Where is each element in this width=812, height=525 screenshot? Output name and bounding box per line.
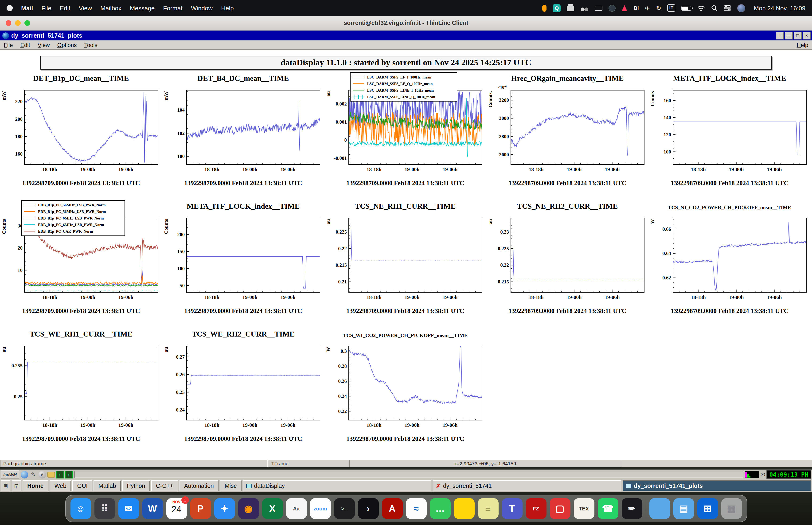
close-button[interactable] <box>6 20 11 26</box>
dock-safari-icon[interactable]: ✦ <box>214 498 235 519</box>
printer-icon[interactable] <box>567 6 574 11</box>
dock-trash-icon[interactable]: ▦ <box>721 498 742 519</box>
plot-pad-tcs-ne-rh2-curr[interactable]: TCS_NE_RH2_CURR__TIME0.2150.220.2250.231… <box>486 199 648 327</box>
plot-pad-tcs-ne-rh1-curr[interactable]: TCS_NE_RH1_CURR__TIME0.210.2150.220.2251… <box>324 199 486 327</box>
menubar-app-name[interactable]: Mail <box>21 4 33 12</box>
zoom-button[interactable] <box>25 20 30 26</box>
input-source-icon[interactable]: IT <box>668 4 675 12</box>
plot-pad-det-b1p-dc-mean[interactable]: DET_B1p_DC_mean__TIME16018020022018-18h1… <box>0 72 162 199</box>
dock-word-icon[interactable]: W <box>142 498 163 519</box>
plot-pad-lsc-darm-ssfs[interactable]: -0.00100.0010.00218-18h19-00h19-06hau139… <box>324 72 486 199</box>
icewm-menu-button[interactable]: IceWM <box>1 470 19 479</box>
menubar-clock[interactable]: Mon 24 Nov 16:09 <box>754 4 806 12</box>
dock-utility-dark-icon[interactable]: › <box>358 498 379 519</box>
x11-titlebar[interactable]: dy_sorrenti_51741_plots ↑—□× <box>0 31 812 41</box>
rollup-button[interactable]: ↑ <box>776 32 784 39</box>
menu-help[interactable]: Help <box>797 42 808 48</box>
sync-icon[interactable] <box>656 5 661 11</box>
dock-whatsapp-icon[interactable]: ☎ <box>597 498 618 519</box>
taskbar-launcher-matlab[interactable]: Matlab <box>94 480 121 491</box>
wifi-icon[interactable] <box>698 5 705 11</box>
menu-options[interactable]: Options <box>57 42 77 48</box>
mailbox-icon[interactable] <box>760 471 765 478</box>
tray-files-icon[interactable] <box>47 472 55 477</box>
tray-terminal-2-icon[interactable]: › <box>65 471 73 478</box>
taskbar-window-dy-sorrenti-51741-plots[interactable]: dy_sorrenti_51741_plots <box>623 480 811 491</box>
control-center-icon[interactable] <box>724 5 731 11</box>
taskbar-launcher-python[interactable]: Python <box>122 480 150 491</box>
dock-zoom-icon[interactable]: zoom <box>310 498 331 519</box>
menubar-item-message[interactable]: Message <box>130 4 155 12</box>
battery-icon[interactable] <box>681 5 691 11</box>
plot-canvas[interactable]: 10010210418-18h19-00h19-06hmW <box>162 85 324 176</box>
dock-launchpad-icon[interactable]: ⠿ <box>94 498 115 519</box>
window-list-button[interactable]: ◲ <box>12 480 21 491</box>
plot-pad-tcs-wi-co2-power[interactable]: TCS_WI_CO2_POWER_CH_PICKOFF_mean__TIME0.… <box>324 327 486 455</box>
menu-view[interactable]: View <box>37 42 50 48</box>
display-icon[interactable] <box>595 5 603 11</box>
network-monitor-icon[interactable] <box>745 471 759 478</box>
plot-canvas[interactable]: 0.250.25518-18h19-00h19-06hau <box>0 340 162 432</box>
plot-canvas[interactable]: 0.220.240.260.280.318-18h19-00h19-06hW <box>324 340 486 432</box>
menubar-item-view[interactable]: View <box>79 4 92 12</box>
dock-terminal-icon[interactable]: >_ <box>334 498 354 519</box>
power-bi-icon[interactable]: BI <box>634 5 639 11</box>
plot-canvas[interactable]: 0.620.640.6618-18h19-00h19-06hW <box>648 212 811 304</box>
dock-folder-docs-icon[interactable]: ▤ <box>673 498 694 519</box>
show-desktop-button[interactable]: ▣ <box>1 480 10 491</box>
dock-dictionary-icon[interactable]: Aa <box>286 498 307 519</box>
taskbar-launcher-gui[interactable]: GUI <box>72 480 92 491</box>
q-app-icon[interactable]: Q <box>553 4 561 12</box>
plot-pad-meta-itf-lock-index-2[interactable]: META_ITF_LOCK_index__TIME5010015020018-1… <box>162 199 324 327</box>
dock-finder-icon[interactable]: ☺ <box>70 498 91 519</box>
plot-pad-edb-b1p-pc[interactable]: 10203018-18h19-00h19-06hCounts1392298709… <box>0 199 162 327</box>
minimize-button[interactable] <box>15 20 21 26</box>
menu-edit[interactable]: Edit <box>20 42 30 48</box>
plot-pad-tcs-we-rh1-curr[interactable]: TCS_WE_RH1_CURR__TIME0.250.25518-18h19-0… <box>0 327 162 455</box>
dock-folder-apps-icon[interactable] <box>649 498 670 519</box>
dock-acrobat-icon[interactable]: A <box>382 498 402 519</box>
dock-notes-icon[interactable] <box>454 498 474 519</box>
plot-pad-hrec-orgain-meancavity[interactable]: Hrec_ORgain_meancavity__TIME260028003000… <box>486 72 648 199</box>
menubar-item-help[interactable]: Help <box>221 4 234 12</box>
menubar-item-window[interactable]: Window <box>191 4 213 12</box>
minimize-button[interactable]: — <box>785 32 793 39</box>
tray-edit-icon[interactable]: ✎ <box>29 471 37 478</box>
dock-mail-icon[interactable]: ✉ <box>118 498 139 519</box>
plot-canvas[interactable]: 260028003000320018-18h19-00h19-06hCounts… <box>486 85 648 176</box>
taskbar-launcher-web[interactable]: Web <box>49 480 71 491</box>
taskbar-launcher-automation[interactable]: Automation <box>179 480 218 491</box>
menubar-item-file[interactable]: File <box>42 4 51 12</box>
dock-firefox-icon[interactable]: ◉ <box>238 498 259 519</box>
paper-plane-icon[interactable] <box>645 5 650 11</box>
plot-pad-tcs-ni-co2-power[interactable]: TCS_NI_CO2_POWER_CH_PICKOFF_mean__TIME0.… <box>648 199 811 327</box>
plot-pad-meta-itf-lock-index-1[interactable]: META_ITF_LOCK_index__TIME10012014016018-… <box>648 72 811 199</box>
plot-canvas[interactable]: 16018020022018-18h19-00h19-06hmW <box>0 85 162 176</box>
contacts-icon[interactable] <box>581 5 589 11</box>
dock-pen-tool-icon[interactable]: ✒ <box>622 498 642 519</box>
microphone-status-icon[interactable] <box>542 4 547 12</box>
maximize-button[interactable]: □ <box>794 32 802 39</box>
menu-tools[interactable]: Tools <box>85 42 97 48</box>
plot-canvas[interactable]: 0.210.2150.220.22518-18h19-00h19-06hau <box>324 212 486 304</box>
plot-canvas[interactable]: 0.2150.220.2250.2318-18h19-00h19-06hau <box>486 212 648 304</box>
menubar-item-format[interactable]: Format <box>163 4 182 12</box>
dock-powerpoint-icon[interactable]: P <box>190 498 211 519</box>
taskbar-launcher-misc[interactable]: Misc <box>220 480 241 491</box>
dock-tex-icon[interactable]: TEX <box>573 498 594 519</box>
taskbar-launcher-home[interactable]: Home <box>22 480 48 491</box>
tray-terminal-1-icon[interactable]: › <box>56 471 64 478</box>
dock-excel-icon[interactable]: X <box>262 498 282 519</box>
dock-filezilla-icon[interactable]: FZ <box>525 498 546 519</box>
plot-pad-tcs-we-rh2-curr[interactable]: TCS_WE_RH2_CURR__TIME0.240.250.260.2718-… <box>162 327 324 455</box>
apple-menu-icon[interactable] <box>6 5 13 11</box>
plot-canvas[interactable]: 10012014016018-18h19-00h19-06hCounts <box>648 85 811 176</box>
plot-pad-det-b4-dc-mean[interactable]: DET_B4_DC_mean__TIME10010210418-18h19-00… <box>162 72 324 199</box>
taskbar-window-dy-sorrenti-51741[interactable]: dy_sorrenti_51741 <box>433 480 621 491</box>
dock-stickies-icon[interactable]: ≡ <box>478 498 498 519</box>
user-avatar-icon[interactable] <box>737 4 745 12</box>
menubar-item-mailbox[interactable]: Mailbox <box>100 4 121 12</box>
tray-clock[interactable]: 04:09:13 PM <box>766 470 811 479</box>
tray-web-icon[interactable]: e <box>38 471 46 478</box>
menu-file[interactable]: File <box>4 42 13 48</box>
